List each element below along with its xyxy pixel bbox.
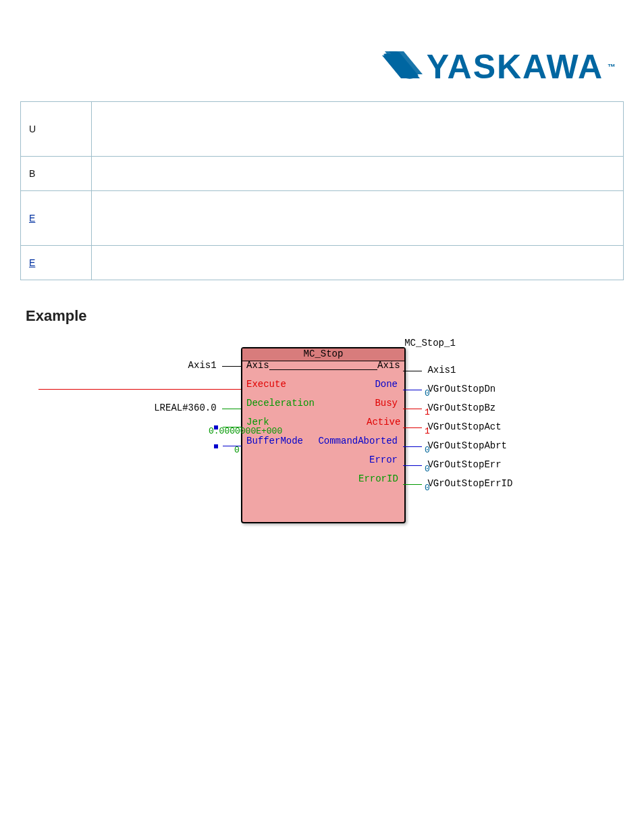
logo-text: YASKAWA [427, 47, 603, 86]
output-done-label: Done [372, 380, 398, 390]
yaskawa-logo: YASKAWA™ [382, 47, 617, 86]
row4-value [92, 246, 624, 280]
input-axis-label: Axis [246, 361, 269, 371]
output-errid: VGrOutStopErrID [403, 479, 512, 490]
row2-value [92, 157, 624, 191]
output-axis: Axis1 [403, 365, 456, 376]
output-active: VGrOutStopAct [403, 422, 502, 433]
page: YASKAWA™ U B E E Example MC_Stop_1 [0, 0, 644, 834]
table-row: U [21, 102, 624, 157]
function-block-diagram: MC_Stop_1 MC_Stop Axis1 Axis [20, 338, 624, 523]
input-decel-ext: LREAL#360.0 [154, 403, 216, 413]
input-deceleration: LREAL#360.0 [133, 403, 241, 414]
axis-through-line [269, 369, 377, 370]
output-errid-value: 0 [425, 484, 430, 493]
row2-label: B [21, 157, 92, 191]
output-active-value: 1 [425, 427, 430, 436]
input-axis: Axis1 [133, 361, 241, 371]
output-error-ext: VGrOutStopErr [427, 460, 501, 470]
logo-trademark: ™ [608, 62, 617, 72]
row4-label[interactable]: E [29, 257, 35, 268]
row1-value [92, 102, 624, 157]
table-row: E [21, 246, 624, 280]
output-done-value: 0 [425, 389, 430, 398]
output-abort-ext: VGrOutStopAbrt [427, 441, 507, 451]
output-active-label: Active [367, 417, 398, 427]
output-busy-ext: VGrOutStopBz [427, 403, 495, 413]
row3-label[interactable]: E [29, 213, 35, 224]
output-abort-label: CommandAborted [307, 436, 398, 446]
row3-value [92, 191, 624, 246]
output-axis-ext: Axis1 [427, 365, 456, 375]
output-error-value: 0 [425, 465, 430, 474]
input-decel-label: Deceleration [246, 398, 315, 409]
table-row: E [21, 191, 624, 246]
fb-type-name: MC_Stop [242, 348, 404, 361]
yaskawa-mark-icon [382, 51, 423, 82]
row1-label: U [21, 102, 92, 157]
output-active-ext: VGrOutStopAct [427, 422, 501, 432]
info-table: U B E E [20, 101, 624, 280]
input-execute [38, 384, 241, 394]
output-abort-value: 0 [425, 446, 430, 455]
output-done: VGrOutStopDn [403, 384, 495, 395]
output-busy: VGrOutStopBz [403, 403, 495, 414]
output-busy-label: Busy [372, 398, 398, 409]
input-bmode-value: 0 [234, 446, 240, 455]
output-errid-label: ErrorID [358, 474, 398, 484]
output-error-label: Error [369, 455, 398, 465]
input-execute-label: Execute [246, 380, 286, 390]
output-abort: VGrOutStopAbrt [403, 441, 507, 452]
dot-icon [214, 444, 218, 448]
output-busy-value: 1 [425, 408, 430, 417]
table-row: B [21, 157, 624, 191]
output-done-ext: VGrOutStopDn [427, 384, 495, 394]
output-error: VGrOutStopErr [403, 460, 502, 471]
output-axis-label: Axis [377, 361, 398, 371]
input-bmode-label: BufferMode [246, 436, 303, 446]
input-axis-ext: Axis1 [188, 361, 217, 371]
output-errid-ext: VGrOutStopErrID [427, 479, 512, 489]
section-title: Example [26, 307, 624, 325]
